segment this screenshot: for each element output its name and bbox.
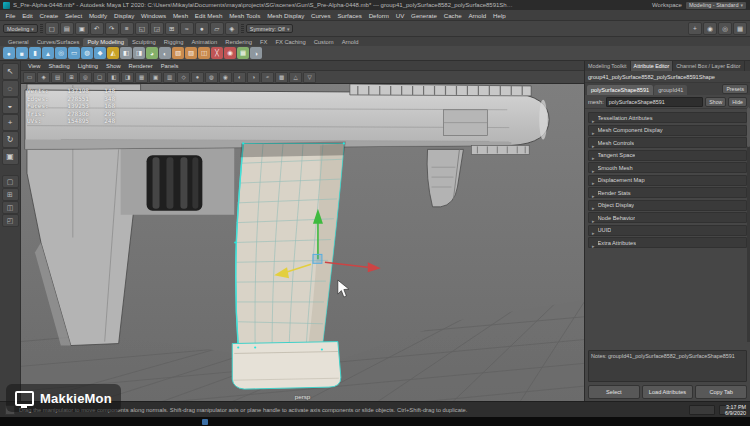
new-scene-icon[interactable]: ▢ bbox=[45, 22, 59, 35]
safe-title-icon[interactable]: ▥ bbox=[163, 72, 176, 83]
combine-icon[interactable]: ◧ bbox=[120, 47, 132, 59]
attribute-section-header[interactable]: Extra Attributes bbox=[588, 237, 747, 248]
paint-select-tool-icon[interactable]: ◒ bbox=[2, 97, 19, 114]
bridge-icon[interactable]: ◫ bbox=[198, 47, 210, 59]
viewport-menu-item[interactable]: Panels bbox=[157, 63, 183, 69]
panel-tab[interactable]: Modeling Toolkit bbox=[585, 61, 631, 71]
panel-tab[interactable]: Attribute Editor bbox=[631, 61, 674, 71]
boolean-icon[interactable]: ◐ bbox=[159, 47, 171, 59]
smooth-icon[interactable]: ◕ bbox=[146, 47, 158, 59]
viewport-menu-item[interactable]: Show bbox=[102, 63, 125, 69]
camera-bookmarks-icon[interactable]: ◈ bbox=[37, 72, 50, 83]
move-tool-icon[interactable]: + bbox=[2, 114, 19, 131]
snap-to-grid-icon[interactable]: ⊞ bbox=[165, 22, 179, 35]
polyTorus-icon[interactable]: ◎ bbox=[55, 47, 67, 59]
menu-item[interactable]: Generate bbox=[408, 12, 441, 19]
polyCone-icon[interactable]: ▲ bbox=[42, 47, 54, 59]
symmetry-dropdown[interactable]: Symmetry: Off bbox=[246, 24, 294, 33]
attribute-section-header[interactable]: Object Display bbox=[588, 200, 747, 211]
attribute-section-header[interactable]: Smooth Mesh bbox=[588, 162, 747, 173]
node-tab[interactable]: groupId41 bbox=[654, 85, 687, 95]
safe-action-icon[interactable]: ▣ bbox=[149, 72, 162, 83]
redo-icon[interactable]: ↷ bbox=[105, 22, 119, 35]
snap-to-curve-icon[interactable]: ≈ bbox=[180, 22, 194, 35]
undo-icon[interactable]: ↶ bbox=[90, 22, 104, 35]
separate-icon[interactable]: ◨ bbox=[133, 47, 145, 59]
shaded-icon[interactable]: ● bbox=[191, 72, 204, 83]
taskbar-app-icon[interactable] bbox=[202, 419, 208, 425]
quad-draw-icon[interactable]: ▦ bbox=[237, 47, 249, 59]
notes-field[interactable]: Notes: groupId41_polySurface8582_polySur… bbox=[588, 350, 747, 382]
motion-blur-icon[interactable]: ≈ bbox=[261, 72, 274, 83]
mesh-name-field[interactable]: polySurfaceShape8591 bbox=[606, 97, 704, 107]
menu-item[interactable]: Modify bbox=[86, 12, 111, 19]
menu-item[interactable]: Mesh bbox=[170, 12, 192, 19]
construction-history-icon[interactable]: + bbox=[688, 22, 702, 35]
scale-tool-icon[interactable]: ▣ bbox=[2, 148, 19, 165]
polyCylinder-icon[interactable]: ▮ bbox=[29, 47, 41, 59]
menu-item[interactable]: Select bbox=[62, 12, 86, 19]
save-scene-icon[interactable]: ▣ bbox=[75, 22, 89, 35]
menu-item[interactable]: Surfaces bbox=[334, 12, 365, 19]
attribute-section-header[interactable]: Mesh Component Display bbox=[588, 125, 747, 136]
attribute-section-header[interactable]: Tessellation Attributes bbox=[588, 112, 747, 123]
layout-outliner-pane-icon[interactable]: ◰ bbox=[2, 214, 19, 227]
shelf-tab[interactable]: Sculpting bbox=[128, 38, 160, 46]
xray-icon[interactable]: ▽ bbox=[303, 72, 316, 83]
gate-mask-icon[interactable]: ◨ bbox=[121, 72, 134, 83]
platonic-solid-icon[interactable]: ◆ bbox=[94, 47, 106, 59]
snap-to-plane-icon[interactable]: ▱ bbox=[210, 22, 224, 35]
extrude-icon[interactable]: ▧ bbox=[172, 47, 184, 59]
polyCube-icon[interactable]: ■ bbox=[16, 47, 28, 59]
screen-space-ao-icon[interactable]: ◑ bbox=[247, 72, 260, 83]
menu-item[interactable]: Help bbox=[490, 12, 510, 19]
target-weld-icon[interactable]: ◉ bbox=[224, 47, 236, 59]
workspace-dropdown[interactable]: Modeling - Standard bbox=[685, 1, 747, 10]
use-all-lights-icon[interactable]: ◉ bbox=[219, 72, 232, 83]
resolution-gate-icon[interactable]: ◧ bbox=[107, 72, 120, 83]
shelf-tab[interactable]: Curves/Surfaces bbox=[33, 38, 84, 46]
menu-item[interactable]: Create bbox=[36, 12, 61, 19]
attribute-section-header[interactable]: UUID bbox=[588, 225, 747, 236]
render-icon[interactable]: ◉ bbox=[703, 22, 717, 35]
textured-icon[interactable]: ◍ bbox=[205, 72, 218, 83]
menu-item[interactable]: Arnold bbox=[465, 12, 490, 19]
wireframe-icon[interactable]: ◇ bbox=[177, 72, 190, 83]
menu-set-dropdown[interactable]: Modeling bbox=[3, 24, 38, 33]
shelf-tab[interactable]: Animation bbox=[187, 38, 221, 46]
select-by-component-icon[interactable]: ◲ bbox=[150, 22, 164, 35]
select-tool-icon[interactable]: ↖ bbox=[2, 63, 19, 80]
menu-item[interactable]: Display bbox=[111, 12, 138, 19]
viewport-menu-item[interactable]: Renderer bbox=[125, 63, 157, 69]
show-button[interactable]: Show bbox=[705, 97, 726, 107]
make-live-icon[interactable]: ◈ bbox=[225, 22, 239, 35]
open-scene-icon[interactable]: ▤ bbox=[60, 22, 74, 35]
shelf-tab[interactable]: Custom bbox=[310, 38, 338, 46]
shelf-tab[interactable]: Arnold bbox=[338, 38, 363, 46]
oversampling-icon[interactable]: ◎ bbox=[79, 72, 92, 83]
bevel-icon[interactable]: ▨ bbox=[185, 47, 197, 59]
ipr-render-icon[interactable]: ◎ bbox=[718, 22, 732, 35]
attribute-editor-button[interactable]: Select bbox=[588, 385, 640, 399]
menu-item[interactable]: UV bbox=[392, 12, 407, 19]
film-gate-icon[interactable]: ▢ bbox=[93, 72, 106, 83]
menu-item[interactable]: Cache bbox=[440, 12, 465, 19]
panel-tab[interactable]: Channel Box / Layer Editor bbox=[673, 61, 744, 71]
shelf-tab[interactable]: Rigging bbox=[160, 38, 188, 46]
polyDisc-icon[interactable]: ◍ bbox=[81, 47, 93, 59]
layout-two-pane-icon[interactable]: ◫ bbox=[2, 201, 19, 214]
attribute-section-header[interactable]: Tangent Space bbox=[588, 150, 747, 161]
viewport-menu-item[interactable]: Lighting bbox=[74, 63, 102, 69]
node-tab[interactable]: polySurfaceShape8591 bbox=[587, 85, 653, 95]
menu-item[interactable]: Mesh Tools bbox=[226, 12, 264, 19]
attribute-section-header[interactable]: Render Stats bbox=[588, 187, 747, 198]
attribute-editor-button[interactable]: Copy Tab bbox=[695, 385, 747, 399]
shelf-tab[interactable]: FX Caching bbox=[271, 38, 309, 46]
polyPlane-icon[interactable]: ▭ bbox=[68, 47, 80, 59]
snap-to-point-icon[interactable]: ● bbox=[195, 22, 209, 35]
select-by-hierarchy-icon[interactable]: ≡ bbox=[120, 22, 134, 35]
sculpt-tool-icon[interactable]: ◭ bbox=[107, 47, 119, 59]
viewport-menu-item[interactable]: Shading bbox=[44, 63, 73, 69]
multi-cut-icon[interactable]: ╳ bbox=[211, 47, 223, 59]
menu-item[interactable]: Curves bbox=[308, 12, 334, 19]
